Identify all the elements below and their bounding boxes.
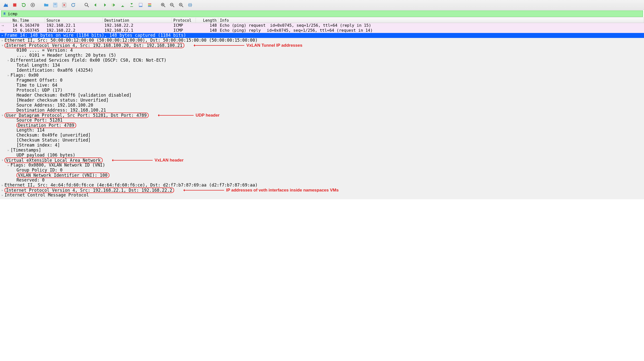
save-file-icon[interactable] bbox=[52, 1, 59, 9]
chevron-right-icon[interactable] bbox=[6, 73, 10, 77]
chevron-right-icon[interactable] bbox=[0, 193, 4, 197]
tree-item[interactable]: Header Checksum: 0x87f6 [validation disa… bbox=[0, 93, 644, 98]
tree-item[interactable]: Protocol: UDP (17) bbox=[0, 88, 644, 93]
zoom-in-icon[interactable] bbox=[160, 1, 167, 9]
svg-rect-0 bbox=[13, 3, 16, 6]
tree-item[interactable]: [Checksum Status: Unverified] bbox=[0, 138, 644, 143]
cell-time: 6.163745 bbox=[18, 28, 45, 33]
packet-row[interactable]: → 14 6.163470 192.168.22.1 192.168.22.2 … bbox=[0, 23, 644, 28]
tree-item[interactable]: UDP payload (106 bytes) bbox=[0, 153, 644, 158]
tree-item[interactable]: [Stream index: 4] bbox=[0, 143, 644, 148]
close-file-icon[interactable] bbox=[60, 1, 68, 9]
tree-item[interactable]: Reserved: 0 bbox=[0, 178, 644, 183]
chevron-right-icon[interactable] bbox=[0, 188, 4, 192]
col-header-dst[interactable]: Destination bbox=[103, 18, 172, 23]
colorize-icon[interactable] bbox=[146, 1, 154, 9]
tree-item[interactable]: Flags: 0x00 bbox=[0, 73, 644, 78]
open-file-icon[interactable] bbox=[42, 1, 50, 9]
find-packet-icon[interactable] bbox=[83, 1, 90, 9]
cell-no: 15 bbox=[11, 28, 18, 33]
packet-row[interactable]: ← 15 6.163745 192.168.22.2 192.168.22.1 … bbox=[0, 28, 644, 33]
tree-eth-outer[interactable]: Ethernet II, Src: 50:00:00:12:00:00 (50:… bbox=[0, 38, 644, 43]
tree-item[interactable]: [Header checksum status: Unverified] bbox=[0, 98, 644, 103]
chevron-right-icon[interactable] bbox=[0, 183, 4, 187]
chevron-down-icon[interactable] bbox=[0, 43, 4, 47]
auto-scroll-icon[interactable] bbox=[137, 1, 144, 9]
tree-item[interactable]: Length: 114 bbox=[0, 128, 644, 133]
cell-len: 148 bbox=[196, 23, 218, 28]
chevron-down-icon[interactable] bbox=[0, 158, 4, 162]
tree-item[interactable]: Destination Address: 192.168.100.21 bbox=[0, 108, 644, 113]
tree-frame[interactable]: Frame 14: 148 bytes on wire (1184 bits),… bbox=[0, 33, 644, 38]
go-back-icon[interactable] bbox=[92, 1, 100, 9]
col-header-proto[interactable]: Protocol bbox=[172, 18, 196, 23]
tree-eth-inner[interactable]: Ethernet II, Src: 4e:64:fd:60:f6:ce (4e:… bbox=[0, 183, 644, 188]
tree-item[interactable]: .... 0101 = Header Length: 20 bytes (5) bbox=[0, 53, 644, 58]
tree-item[interactable]: Source Address: 192.168.100.20 bbox=[0, 103, 644, 108]
col-header-src[interactable]: Source bbox=[45, 18, 103, 23]
col-header-no[interactable]: No. bbox=[11, 18, 18, 23]
go-to-packet-icon[interactable] bbox=[110, 1, 118, 9]
chevron-right-icon[interactable] bbox=[6, 58, 10, 62]
cell-dst: 192.168.22.1 bbox=[103, 28, 172, 33]
svg-line-23 bbox=[173, 5, 174, 7]
zoom-out-icon[interactable] bbox=[168, 1, 176, 9]
tree-item[interactable]: Flags: 0x0800, VXLAN Network ID (VNI) bbox=[0, 163, 644, 168]
chevron-right-icon[interactable] bbox=[6, 148, 10, 152]
wireshark-logo-icon bbox=[2, 1, 10, 9]
cell-src: 192.168.22.2 bbox=[45, 28, 103, 33]
svg-rect-4 bbox=[54, 3, 56, 4]
svg-line-26 bbox=[182, 5, 183, 7]
tree-item[interactable]: Group Policy ID: 0 bbox=[0, 168, 644, 173]
stop-capture-icon[interactable] bbox=[11, 1, 18, 9]
tree-item[interactable]: Differentiated Services Field: 0x00 (DSC… bbox=[0, 58, 644, 63]
tree-item[interactable]: VXLAN Network Identifier (VNI): 100 bbox=[0, 173, 644, 178]
tree-item[interactable]: Checksum: 0x49fe [unverified] bbox=[0, 133, 644, 138]
tree-item[interactable]: [Timestamps] bbox=[0, 148, 644, 153]
cell-info: Echo (ping) reply id=0x0745, seq=1/256, … bbox=[218, 28, 644, 33]
main-toolbar bbox=[0, 0, 644, 10]
svg-line-8 bbox=[88, 5, 89, 7]
tree-label: Ethernet II, Src: 50:00:00:12:00:00 (50:… bbox=[4, 38, 258, 43]
tree-ip-outer[interactable]: Internet Protocol Version 4, Src: 192.16… bbox=[0, 43, 644, 48]
go-forward-icon[interactable] bbox=[101, 1, 108, 9]
cell-time: 6.163470 bbox=[18, 23, 45, 28]
tree-item[interactable]: Total Length: 134 bbox=[0, 63, 644, 68]
col-header-info[interactable]: Info bbox=[218, 18, 644, 23]
reload-file-icon[interactable] bbox=[70, 1, 77, 9]
bookmark-icon[interactable] bbox=[2, 11, 7, 16]
tree-item[interactable]: Identification: 0xa8f6 (43254) bbox=[0, 68, 644, 73]
chevron-down-icon[interactable] bbox=[0, 113, 4, 117]
tree-item[interactable]: Source Port: 51281 bbox=[0, 118, 644, 123]
tree-vxlan[interactable]: Virtual eXtensible Local Area Network Vx… bbox=[0, 158, 644, 163]
chevron-right-icon[interactable] bbox=[0, 33, 4, 37]
go-last-icon[interactable] bbox=[128, 1, 136, 9]
chevron-right-icon[interactable] bbox=[0, 38, 4, 42]
capture-options-icon[interactable] bbox=[29, 1, 36, 9]
svg-rect-17 bbox=[148, 6, 152, 7]
tree-udp[interactable]: User Datagram Protocol, Src Port: 51281,… bbox=[0, 113, 644, 118]
col-header-len[interactable]: Length bbox=[196, 18, 218, 23]
restart-capture-icon[interactable] bbox=[20, 1, 28, 9]
go-first-icon[interactable] bbox=[119, 1, 126, 9]
cell-info: Echo (ping) request id=0x0745, seq=1/256… bbox=[218, 23, 644, 28]
tree-icmp[interactable]: Internet Control Message Protocol bbox=[0, 193, 644, 198]
display-filter-input[interactable] bbox=[8, 11, 643, 17]
tree-item[interactable]: Destination Port: 4789 bbox=[0, 123, 644, 128]
tree-item[interactable]: Fragment Offset: 0 bbox=[0, 78, 644, 83]
display-filter-bar bbox=[1, 10, 643, 17]
svg-point-2 bbox=[32, 4, 34, 6]
tree-item[interactable]: 0100 .... = Version: 4 bbox=[0, 48, 644, 53]
tree-item[interactable]: Time to Live: 64 bbox=[0, 83, 644, 88]
svg-point-7 bbox=[85, 3, 88, 6]
svg-rect-13 bbox=[139, 6, 142, 7]
resize-columns-icon[interactable] bbox=[186, 1, 194, 9]
chevron-right-icon[interactable] bbox=[6, 163, 10, 167]
zoom-reset-icon[interactable] bbox=[177, 1, 185, 9]
cell-proto: ICMP bbox=[172, 28, 196, 33]
col-header-time[interactable]: Time bbox=[18, 18, 45, 23]
cell-dst: 192.168.22.2 bbox=[103, 23, 172, 28]
cell-src: 192.168.22.1 bbox=[45, 23, 103, 28]
related-reply-icon: ← bbox=[2, 28, 4, 33]
tree-ip-inner[interactable]: Internet Protocol Version 4, Src: 192.16… bbox=[0, 188, 644, 193]
